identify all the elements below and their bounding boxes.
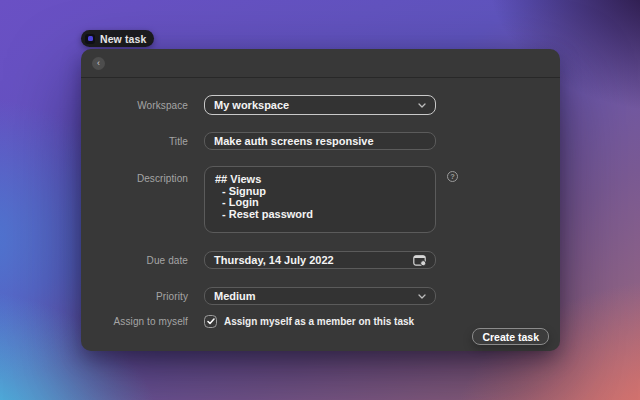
window-tag-label: New task (100, 33, 146, 45)
question-mark-glyph: ? (450, 172, 455, 181)
priority-value: Medium (214, 290, 256, 302)
assign-checkbox[interactable] (204, 315, 217, 328)
workspace-select[interactable]: My workspace (204, 95, 436, 115)
description-heading: ## Views (215, 174, 425, 186)
create-task-button[interactable]: Create task (472, 328, 549, 345)
chevron-down-icon (418, 294, 426, 299)
chevron-left-icon: ‹ (97, 59, 100, 68)
workspace-value: My workspace (214, 99, 289, 111)
due-date-value: Thursday, 14 July 2022 (214, 254, 334, 266)
new-task-modal: ‹ Workspace My workspace Title Make auth… (81, 49, 560, 351)
description-input[interactable]: ## Views - Signup - Login - Reset passwo… (204, 166, 436, 233)
priority-select[interactable]: Medium (204, 287, 436, 305)
description-line: - Reset password (215, 209, 425, 221)
back-button[interactable]: ‹ (92, 57, 105, 70)
chevron-down-icon (418, 103, 426, 108)
app-icon (85, 34, 95, 44)
assign-checkbox-row: Assign myself as a member on this task (204, 315, 414, 328)
desktop-background: New task ‹ Workspace My workspace Title … (0, 0, 640, 400)
due-date-label: Due date (81, 255, 188, 266)
assign-label: Assign to myself (81, 316, 188, 327)
assign-checkbox-label[interactable]: Assign myself as a member on this task (224, 316, 414, 327)
due-date-input[interactable]: Thursday, 14 July 2022 (204, 251, 436, 269)
check-icon (207, 318, 215, 325)
title-label: Title (81, 136, 188, 147)
title-value: Make auth screens responsive (214, 135, 374, 147)
priority-label: Priority (81, 291, 188, 302)
workspace-label: Workspace (81, 100, 188, 111)
new-task-window-tag: New task (81, 30, 154, 47)
title-input[interactable]: Make auth screens responsive (204, 132, 436, 150)
description-label: Description (81, 173, 188, 184)
help-icon[interactable]: ? (447, 171, 458, 182)
modal-header: ‹ (81, 49, 560, 78)
calendar-icon[interactable] (413, 255, 426, 266)
